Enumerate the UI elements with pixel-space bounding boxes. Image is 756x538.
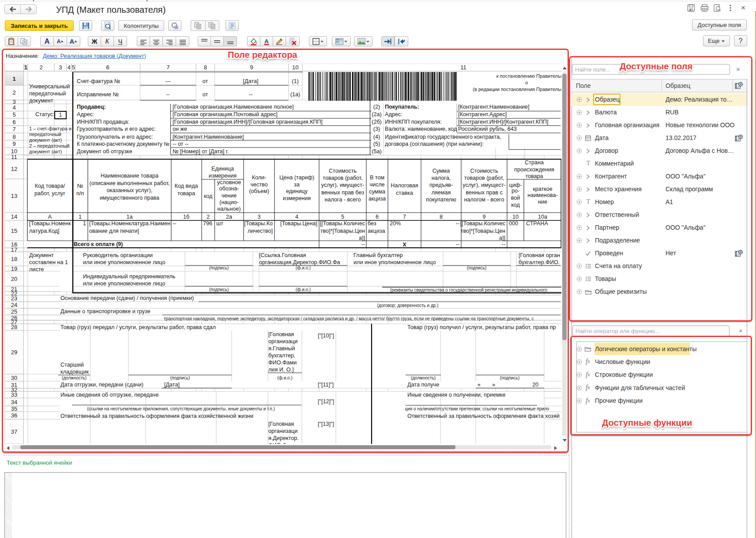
svg-text:A: A — [264, 38, 269, 44]
svg-text:R: R — [340, 38, 342, 41]
